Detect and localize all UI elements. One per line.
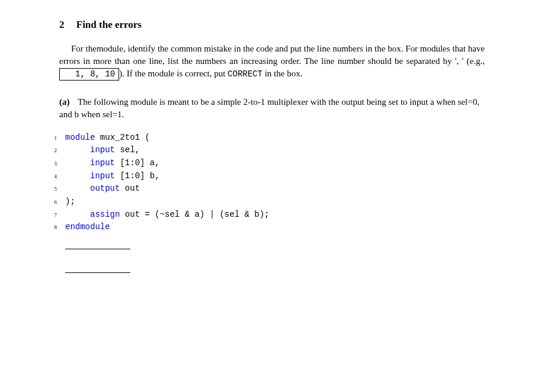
code-text: input sel, xyxy=(65,144,140,157)
item-a-label: (a) xyxy=(59,97,70,107)
code-line: 1module mux_2to1 ( xyxy=(43,131,485,144)
code-line: 8endmodule xyxy=(43,221,485,234)
section-title: Find the errors xyxy=(76,19,142,30)
item-a-text: The following module is meant to be a si… xyxy=(59,97,479,119)
answer-blank-2 xyxy=(65,262,130,273)
line-number: 7 xyxy=(43,211,57,220)
code-block: 1module mux_2to1 (2 input sel,3 input [1… xyxy=(43,131,485,234)
section-header: 2 Find the errors xyxy=(59,18,485,32)
line-number: 2 xyxy=(43,147,57,155)
code-line: 3 input [1:0] a, xyxy=(43,157,485,170)
code-line: 4 input [1:0] b, xyxy=(43,170,485,183)
correct-literal: CORRECT xyxy=(228,69,263,79)
code-line: 5 output out xyxy=(43,182,485,195)
code-text: assign out = (~sel & a) | (sel & b); xyxy=(65,208,269,221)
code-line: 2 input sel, xyxy=(43,144,485,157)
section-number: 2 xyxy=(59,18,65,32)
line-number: 1 xyxy=(43,134,57,143)
line-number: 5 xyxy=(43,185,57,194)
code-line: 7 assign out = (~sel & a) | (sel & b); xyxy=(43,208,485,221)
intro-text-2: ). If the module is correct, put xyxy=(119,69,228,78)
code-text: input [1:0] b, xyxy=(65,170,160,183)
code-text: module mux_2to1 ( xyxy=(65,131,150,144)
line-number: 6 xyxy=(43,198,57,207)
code-text: output out xyxy=(65,182,140,195)
intro-text-3: in the box. xyxy=(263,69,303,78)
code-text: input [1:0] a, xyxy=(65,157,160,170)
intro-paragraph: For themodule, identify the common mista… xyxy=(59,43,485,81)
line-number: 8 xyxy=(43,224,57,232)
line-number: 3 xyxy=(43,160,57,168)
example-box: 1, 8, 10 xyxy=(59,68,119,81)
code-text: ); xyxy=(65,195,75,208)
code-line: 6); xyxy=(43,195,485,208)
code-text: endmodule xyxy=(65,221,110,234)
intro-text-1: For themodule, identify the common mista… xyxy=(59,44,485,66)
answer-blank-1 xyxy=(65,239,130,249)
line-number: 4 xyxy=(43,173,57,181)
item-a-paragraph: (a) The following module is meant to be … xyxy=(59,96,485,121)
